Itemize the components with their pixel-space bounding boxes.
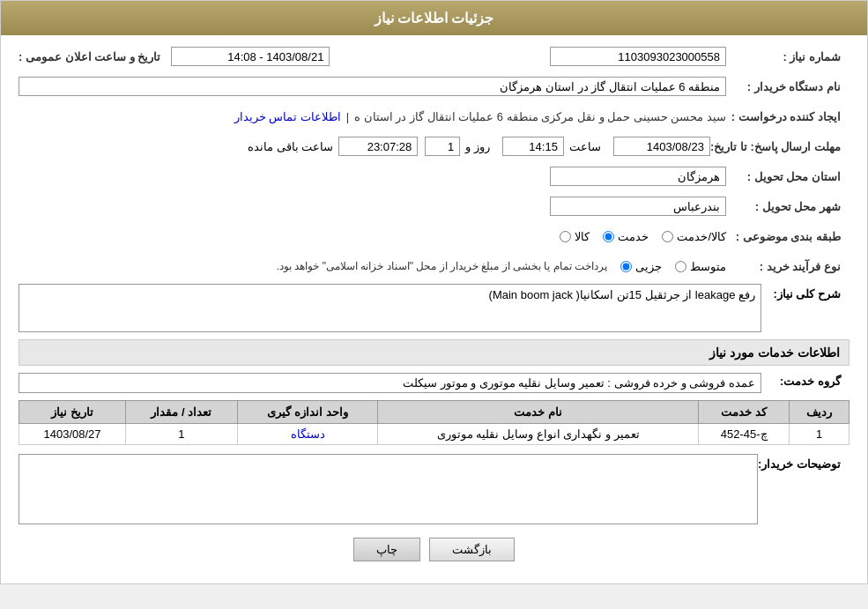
city-row: شهر محل تحویل : بندرعباس: [19, 194, 849, 219]
category-khedmat-label: خدمت: [618, 230, 649, 243]
table-body: 1 چ-45-452 تعمیر و نگهداری انواع وسایل ن…: [19, 424, 849, 445]
buttons-row: بازگشت چاپ: [19, 538, 849, 561]
col-service-name: نام خدمت: [378, 401, 699, 424]
category-radio-group: کالا/خدمت خدمت کالا: [560, 230, 726, 243]
category-kala-khedmat-label: کالا/خدمت: [677, 230, 726, 243]
city-label: شهر محل تحویل :: [726, 200, 849, 213]
buyer-desc-section: توضیحات خریدار:: [19, 454, 849, 524]
process-jozi-radio[interactable]: [620, 261, 632, 272]
process-motavasset-label: متوسط: [690, 260, 726, 273]
col-date: تاریخ نیاز: [19, 401, 126, 424]
process-option-motavasset[interactable]: متوسط: [675, 260, 726, 273]
page-header: جزئیات اطلاعات نیاز: [1, 1, 867, 35]
category-kala-khedmat-radio[interactable]: [662, 231, 673, 242]
category-option-khedmat[interactable]: خدمت: [603, 230, 649, 243]
cell-quantity: 1: [126, 424, 238, 445]
table-row: 1 چ-45-452 تعمیر و نگهداری انواع وسایل ن…: [19, 424, 849, 445]
cell-row-num: 1: [790, 424, 849, 445]
need-number-value: 1103093023000558: [550, 47, 726, 66]
page-container: جزئیات اطلاعات نیاز شماره نیاز : 1103093…: [0, 0, 868, 584]
send-time-value: 14:15: [502, 137, 564, 156]
need-description-text: رفع leakage از جرثقیل 15تن اسکانیا( Main…: [489, 288, 755, 301]
table-header-row: ردیف کد خدمت نام خدمت واحد اندازه گیری ت…: [19, 401, 849, 424]
buyer-name-label: نام دستگاه خریدار :: [726, 80, 849, 93]
cell-date: 1403/08/27: [19, 424, 126, 445]
services-section-header: اطلاعات خدمات مورد نیاز: [19, 339, 849, 366]
process-option-jozi[interactable]: جزیی: [620, 260, 662, 273]
creator-label: ایجاد کننده درخواست :: [726, 110, 849, 123]
announce-datetime-value: 1403/08/21 - 14:08: [171, 47, 330, 66]
cell-service-name: تعمیر و نگهداری انواع وسایل نقلیه موتوری: [378, 424, 699, 445]
need-description-label: شرح کلی نیاز:: [761, 284, 849, 301]
col-quantity: تعداد / مقدار: [126, 401, 238, 424]
city-value: بندرعباس: [550, 197, 726, 216]
cell-unit: دستگاه: [237, 424, 378, 445]
province-row: استان محل تحویل : هرمزگان: [19, 164, 849, 189]
header-title: جزئیات اطلاعات نیاز: [375, 11, 494, 26]
send-deadline-label: مهلت ارسال پاسخ: تا تاریخ:: [710, 140, 849, 153]
process-motavasset-radio[interactable]: [675, 261, 686, 272]
services-table: ردیف کد خدمت نام خدمت واحد اندازه گیری ت…: [19, 400, 849, 445]
content-area: شماره نیاز : 1103093023000558 1403/08/21…: [1, 35, 867, 583]
send-deadline-row: مهلت ارسال پاسخ: تا تاریخ: 1403/08/23 سا…: [19, 134, 849, 159]
need-number-label: شماره نیاز :: [726, 50, 849, 63]
send-days-value: 1: [425, 137, 460, 156]
send-remaining-value: 23:07:28: [338, 137, 418, 156]
send-remaining-label: ساعت باقی مانده: [248, 140, 333, 153]
buyer-name-value: منطقه 6 عملیات انتقال گاز در استان هرمزگ…: [19, 77, 726, 96]
service-group-label: گروه خدمت:: [761, 373, 849, 388]
category-label: طبقه بندی موضوعی :: [726, 230, 849, 243]
category-option-kala-khedmat[interactable]: کالا/خدمت: [662, 230, 726, 243]
buyer-desc-value: [19, 454, 758, 524]
service-group-row: گروه خدمت: عمده فروشی و خرده فروشی : تعم…: [19, 373, 849, 393]
process-label: نوع فرآیند خرید :: [726, 260, 849, 273]
need-description-section: شرح کلی نیاز: رفع leakage از جرثقیل 15تن…: [19, 284, 849, 332]
need-number-row: شماره نیاز : 1103093023000558 1403/08/21…: [19, 44, 849, 69]
category-option-kala[interactable]: کالا: [560, 230, 590, 243]
creator-contact-link[interactable]: اطلاعات تماس خریدار: [234, 110, 341, 123]
buyer-desc-label: توضیحات خریدار:: [758, 454, 849, 471]
category-khedmat-radio[interactable]: [603, 231, 614, 242]
col-unit: واحد اندازه گیری: [237, 401, 378, 424]
service-group-value: عمده فروشی و خرده فروشی : تعمیر وسایل نق…: [19, 373, 761, 393]
col-row-num: ردیف: [790, 401, 849, 424]
category-row: طبقه بندی موضوعی : کالا/خدمت خدمت کالا: [19, 224, 849, 249]
category-kala-radio[interactable]: [560, 231, 571, 242]
need-description-value: رفع leakage از جرثقیل 15تن اسکانیا( Main…: [19, 284, 761, 332]
process-row: نوع فرآیند خرید : متوسط جزیی پرداخت تمام…: [19, 254, 849, 279]
category-kala-label: کالا: [575, 230, 590, 243]
col-service-code: کد خدمت: [699, 401, 790, 424]
announce-datetime-label: تاریخ و ساعت اعلان عمومی :: [19, 50, 166, 63]
back-button[interactable]: بازگشت: [429, 538, 515, 561]
services-section-title: اطلاعات خدمات مورد نیاز: [709, 345, 840, 360]
province-value: هرمزگان: [550, 167, 726, 186]
creator-row: ایجاد کننده درخواست : سید محسن حسینی حمل…: [19, 104, 849, 129]
process-jozi-label: جزیی: [635, 260, 662, 273]
province-label: استان محل تحویل :: [726, 170, 849, 183]
buyer-name-row: نام دستگاه خریدار : منطقه 6 عملیات انتقا…: [19, 74, 849, 99]
creator-value: سید محسن حسینی حمل و نقل مرکزی منطقه 6 ع…: [354, 110, 726, 123]
process-note: پرداخت تمام یا بخشی از مبلغ خریدار از مح…: [277, 260, 607, 272]
process-radio-group: متوسط جزیی: [620, 260, 726, 273]
print-button[interactable]: چاپ: [353, 538, 420, 561]
send-date-value: 1403/08/23: [613, 137, 710, 156]
cell-service-code: چ-45-452: [699, 424, 790, 445]
